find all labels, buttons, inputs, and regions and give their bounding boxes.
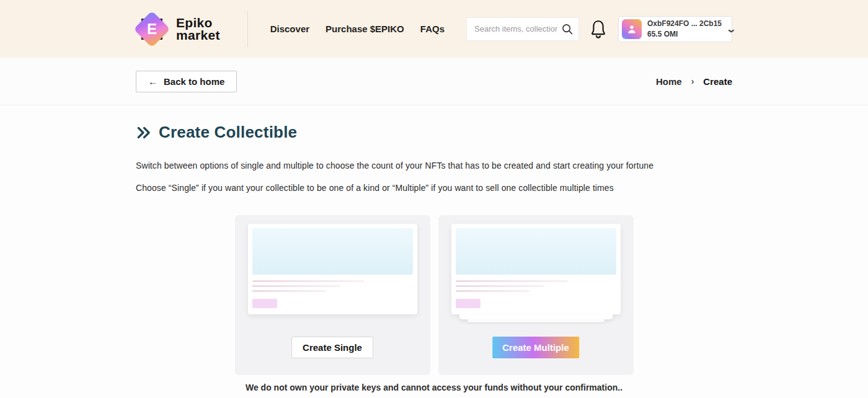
epiko-logo-icon: E [136, 13, 168, 45]
breadcrumb-home[interactable]: Home [656, 76, 682, 87]
create-options-row: Create Single Create Multiple [136, 215, 732, 375]
header: E Epiko market Discover Purchase $EPIKO … [0, 0, 868, 58]
user-icon [626, 24, 637, 35]
wallet-balance: 65.5 OMI [647, 29, 722, 40]
breadcrumb-separator-icon: › [691, 76, 694, 86]
create-single-button[interactable]: Create Single [291, 337, 373, 358]
wallet-account-chip[interactable]: OxbF924FO ... 2Cb15 65.5 OMI ⌄ [618, 16, 732, 42]
breadcrumb: Home › Create [656, 76, 732, 87]
skeleton-line [456, 280, 568, 282]
header-divider [247, 11, 248, 47]
stacked-card-layer [459, 314, 613, 319]
main-content: Create Collectible Switch between option… [0, 105, 868, 392]
preview-image-placeholder [252, 228, 413, 275]
create-multiple-button[interactable]: Create Multiple [492, 337, 579, 358]
avatar [622, 19, 642, 39]
nav-item-faqs[interactable]: FAQs [420, 24, 445, 34]
back-to-home-button[interactable]: ← Back to home [136, 71, 237, 92]
preview-price-chip [456, 299, 480, 308]
skeleton-line [252, 280, 365, 282]
search-box [466, 17, 579, 41]
wallet-info: OxbF924FO ... 2Cb15 65.5 OMI [647, 19, 722, 40]
skeleton-line [252, 290, 326, 292]
back-button-label: Back to home [164, 76, 224, 87]
brand-name: Epiko market [176, 17, 220, 42]
skeleton-line [456, 290, 529, 292]
skeleton-line [252, 285, 340, 287]
breadcrumb-create: Create [703, 76, 732, 87]
description-line-1: Switch between options of single and mul… [136, 161, 732, 170]
preview-price-chip [252, 299, 277, 308]
logo-letter: E [136, 13, 168, 45]
stacked-card-layer [467, 319, 604, 322]
chevron-down-icon[interactable]: ⌄ [726, 24, 737, 35]
main-nav: Discover Purchase $EPIKO FAQs [270, 24, 445, 34]
page-title: Create Collectible [159, 123, 297, 142]
create-single-card: Create Single [235, 215, 430, 375]
brand-logo[interactable]: E Epiko market [136, 13, 220, 45]
bell-icon [589, 19, 608, 40]
description-line-2: Choose “Single” if you want your collect… [136, 183, 732, 193]
search-icon[interactable] [560, 22, 574, 36]
preview-image-placeholder [456, 228, 616, 275]
wallet-address: OxbF924FO ... 2Cb15 [647, 19, 722, 29]
single-card-preview [248, 224, 417, 314]
nav-item-purchase-epiko[interactable]: Purchase $EPIKO [326, 24, 404, 34]
page-title-row: Create Collectible [136, 105, 732, 142]
multiple-card-preview [451, 224, 621, 314]
security-footnote: We do not own your private keys and cann… [136, 383, 732, 392]
breadcrumb-bar: ← Back to home Home › Create [0, 58, 868, 105]
skeleton-line [456, 285, 544, 287]
back-arrow-icon: ← [148, 76, 157, 87]
double-chevron-icon [136, 125, 152, 141]
nav-item-discover[interactable]: Discover [270, 24, 309, 34]
create-multiple-card: Create Multiple [438, 215, 634, 375]
notifications-button[interactable] [587, 17, 609, 42]
